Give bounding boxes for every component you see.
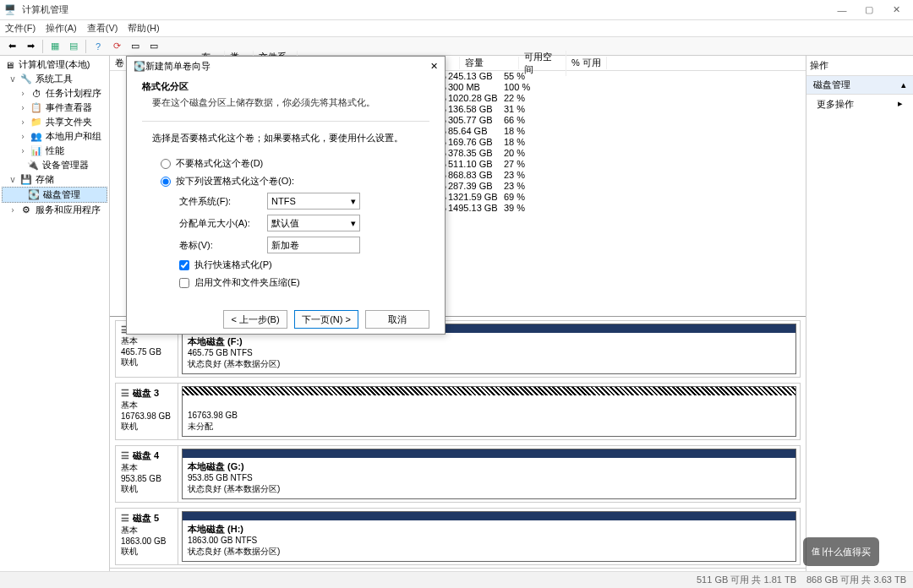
footer-disk-b: 868 GB 可用 共 3.63 TB [806, 574, 906, 586]
separator [85, 40, 86, 53]
au-label: 分配单元大小(A): [179, 217, 260, 230]
radio-no-format-input[interactable] [161, 159, 171, 169]
nav-root[interactable]: 🖥计算机管理(本地) [2, 57, 107, 72]
quick-format-check[interactable]: 执行快速格式化(P) [142, 256, 429, 274]
chevron-right-icon: ▸ [898, 98, 903, 111]
menu-file[interactable]: 文件(F) [5, 22, 36, 35]
dialog-titlebar: 💽 新建简单卷向导 ✕ [127, 57, 445, 75]
list-icon[interactable]: ▭ [127, 39, 144, 54]
volume-label-input[interactable]: 新加卷 [267, 237, 360, 253]
help-icon[interactable]: ? [90, 39, 107, 54]
view-icon[interactable]: ▦ [46, 39, 63, 54]
quick-format-checkbox[interactable] [179, 260, 189, 270]
forward-icon[interactable]: ➡ [22, 39, 39, 54]
actions-pane: 操作 磁盘管理▴ 更多操作▸ [806, 56, 913, 588]
next-button[interactable]: 下一页(N) > [294, 310, 358, 329]
dialog-close-icon[interactable]: ✕ [430, 61, 438, 72]
footer-bar: 511 GB 可用 共 1.81 TB 868 GB 可用 共 3.63 TB [0, 571, 913, 588]
close-button[interactable]: ✕ [883, 1, 910, 19]
chevron-down-icon: ▾ [351, 218, 356, 229]
nav-system-tools[interactable]: v🔧系统工具 [2, 72, 107, 86]
divider [142, 121, 429, 122]
disk-info: ☰ 磁盘 4基本953.85 GB联机 [116, 446, 178, 502]
menu-bar: 文件(F) 操作(A) 查看(V) 帮助(H) [0, 20, 913, 37]
partition[interactable]: 本地磁盘 (G:)953.85 GB NTFS状态良好 (基本数据分区) [182, 449, 796, 499]
disk-row[interactable]: ☰ 磁盘 5基本1863.00 GB联机 本地磁盘 (H:)1863.00 GB… [115, 508, 801, 565]
radio-format-input[interactable] [161, 177, 171, 187]
toolbar: ⬅ ➡ ▦ ▤ ? ⟳ ▭ ▭ [0, 37, 913, 56]
watermark: 值 | 什么值得买 [803, 537, 879, 566]
menu-action[interactable]: 操作(A) [46, 22, 77, 35]
col-pct[interactable]: % 可用 [566, 57, 607, 69]
actions-header: 操作 [806, 56, 913, 76]
compress-check[interactable]: 启用文件和文件夹压缩(E) [142, 274, 429, 291]
maximize-button[interactable]: ▢ [856, 1, 883, 19]
actions-more[interactable]: 更多操作▸ [806, 95, 913, 114]
radio-no-format[interactable]: 不要格式化这个卷(D) [142, 155, 429, 172]
nav-event-viewer[interactable]: ›📋事件查看器 [2, 101, 107, 115]
menu-view[interactable]: 查看(V) [87, 22, 118, 35]
separator [42, 40, 43, 53]
nav-tree: 🖥计算机管理(本地) v🔧系统工具 ›⏱任务计划程序 ›📋事件查看器 ›📁共享文… [0, 56, 110, 588]
chevron-up-icon: ▴ [901, 79, 906, 90]
nav-performance[interactable]: ›📊性能 [2, 144, 107, 158]
nav-shared-folders[interactable]: ›📁共享文件夹 [2, 115, 107, 129]
col-capacity[interactable]: 容量 [460, 57, 519, 69]
footer-disk-a: 511 GB 可用 共 1.81 TB [697, 574, 796, 586]
partition[interactable]: 16763.98 GB未分配 [182, 386, 796, 437]
grid-icon[interactable]: ▭ [145, 39, 162, 54]
nav-local-users[interactable]: ›👥本地用户和组 [2, 129, 107, 144]
minimize-button[interactable]: — [828, 1, 856, 19]
radio-format[interactable]: 按下列设置格式化这个卷(O): [142, 172, 429, 190]
vl-label: 卷标(V): [179, 239, 260, 252]
dialog-title: 新建简单卷向导 [145, 60, 430, 73]
back-icon[interactable]: ⬅ [3, 39, 20, 54]
partition[interactable]: 本地磁盘 (H:)1863.00 GB NTFS状态良好 (基本数据分区) [182, 511, 796, 562]
titlebar: 🖥️ 计算机管理 — ▢ ✕ [0, 0, 913, 20]
disk-info: ☰ 磁盘 5基本1863.00 GB联机 [116, 509, 178, 564]
disk-row[interactable]: ☰ 磁盘 4基本953.85 GB联机 本地磁盘 (G:)953.85 GB N… [115, 445, 801, 503]
compress-checkbox[interactable] [179, 278, 189, 288]
cancel-button[interactable]: 取消 [365, 310, 429, 329]
fs-select[interactable]: NTFS▾ [267, 193, 360, 210]
chevron-down-icon: ▾ [351, 196, 356, 207]
wizard-icon: 💽 [134, 61, 145, 72]
disk-info: ☰ 磁盘 3基本16763.98 GB联机 [116, 384, 178, 439]
nav-task-scheduler[interactable]: ›⏱任务计划程序 [2, 86, 107, 101]
nav-services-apps[interactable]: ›⚙服务和应用程序 [2, 203, 107, 217]
dialog-heading: 格式化分区 [142, 80, 429, 93]
dialog-hint: 选择是否要格式化这个卷；如果要格式化，要使用什么设置。 [142, 132, 429, 144]
nav-storage[interactable]: v💾存储 [2, 172, 107, 187]
menu-help[interactable]: 帮助(H) [128, 22, 159, 35]
refresh-icon[interactable]: ⟳ [108, 39, 125, 54]
nav-device-manager[interactable]: 🔌设备管理器 [2, 158, 107, 172]
back-button[interactable]: < 上一步(B) [223, 310, 287, 329]
disk-row[interactable]: ☰ 磁盘 3基本16763.98 GB联机 16763.98 GB未分配 [115, 383, 801, 440]
dialog-desc: 要在这个磁盘分区上储存数据，你必须先将其格式化。 [142, 96, 429, 109]
fs-label: 文件系统(F): [179, 195, 260, 208]
au-select[interactable]: 默认值▾ [267, 215, 360, 231]
wizard-dialog: 💽 新建简单卷向导 ✕ 格式化分区 要在这个磁盘分区上储存数据，你必须先将其格式… [126, 56, 446, 335]
nav-disk-management[interactable]: 💽磁盘管理 [2, 187, 107, 203]
disk-panel: ☰ 基本465.75 GB联机 本地磁盘 (F:)465.75 GB NTFS状… [110, 316, 806, 569]
actions-disk-mgmt[interactable]: 磁盘管理▴ [806, 76, 913, 95]
window-title: 计算机管理 [22, 3, 828, 16]
app-icon: 🖥️ [3, 3, 17, 17]
properties-icon[interactable]: ▤ [65, 39, 82, 54]
